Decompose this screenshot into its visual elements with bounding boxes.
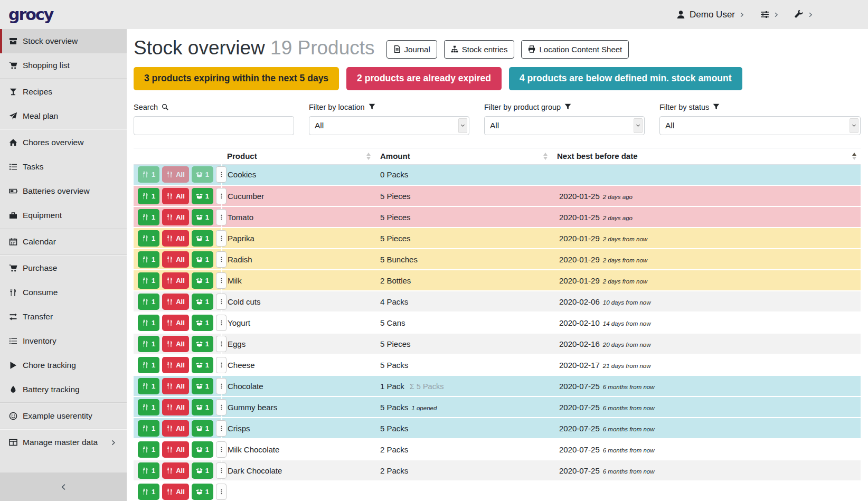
mark-opened-button[interactable]: 1 (192, 251, 213, 268)
mark-opened-button[interactable]: 1 (192, 484, 213, 500)
alert-info[interactable]: 4 products are below defined min. stock … (509, 67, 742, 90)
stock-entries-button[interactable]: Stock entries (444, 40, 515, 59)
consume-one-button[interactable]: 1 (138, 441, 159, 458)
mark-opened-button[interactable]: 1 (192, 166, 213, 183)
user-menu[interactable]: Demo User (676, 10, 744, 20)
consume-one-button[interactable]: 1 (138, 420, 159, 437)
consume-all-button[interactable]: All (162, 272, 189, 289)
consume-all-button[interactable]: All (162, 462, 189, 479)
consume-one-button[interactable]: 1 (138, 230, 159, 247)
settings-menu[interactable] (760, 10, 779, 19)
sidebar-item-battery-tracking[interactable]: Battery tracking (0, 377, 127, 402)
consume-all-button[interactable]: All (162, 378, 189, 394)
row-more-button[interactable] (216, 188, 227, 204)
consume-one-button[interactable]: 1 (138, 399, 159, 415)
filter-product-group-select[interactable]: All (484, 116, 645, 135)
consume-one-button[interactable]: 1 (138, 272, 159, 289)
mark-opened-button[interactable]: 1 (192, 294, 213, 310)
mark-opened-button[interactable]: 1 (192, 420, 213, 437)
sidebar-item-purchase[interactable]: Purchase (0, 256, 127, 280)
column-header-next-best-before-date[interactable]: Next best before date (552, 148, 861, 164)
consume-one-button[interactable]: 1 (138, 209, 159, 225)
mark-opened-button[interactable]: 1 (192, 336, 213, 352)
sidebar-item-manage-master-data[interactable]: Manage master data (0, 430, 127, 455)
row-more-button[interactable] (216, 441, 227, 458)
product-name-cell: Chocolate (222, 375, 375, 396)
row-more-button[interactable] (216, 315, 227, 331)
sidebar-item-tasks[interactable]: Tasks (0, 155, 127, 179)
alert-danger[interactable]: 2 products are already expired (346, 67, 502, 90)
consume-all-button[interactable]: All (162, 315, 189, 331)
consume-one-button[interactable]: 1 (138, 251, 159, 268)
sidebar-item-transfer[interactable]: Transfer (0, 305, 127, 329)
consume-all-button[interactable]: All (162, 251, 189, 268)
app-logo[interactable]: grocy (8, 5, 53, 24)
consume-all-button[interactable]: All (162, 399, 189, 415)
sidebar-item-equipment[interactable]: Equipment (0, 203, 127, 228)
mark-opened-button[interactable]: 1 (192, 441, 213, 458)
consume-all-button[interactable]: All (162, 294, 189, 310)
row-more-button[interactable] (216, 420, 227, 437)
row-more-button[interactable] (216, 166, 227, 183)
consume-all-button[interactable]: All (162, 441, 189, 458)
row-more-button[interactable] (216, 399, 227, 415)
consume-all-button[interactable]: All (162, 209, 189, 225)
search-input[interactable] (134, 116, 294, 135)
consume-one-button[interactable]: 1 (138, 166, 159, 183)
mark-opened-button[interactable]: 1 (192, 357, 213, 373)
sidebar-item-shopping-list[interactable]: Shopping list (0, 53, 127, 78)
sidebar-item-meal-plan[interactable]: Meal plan (0, 104, 127, 128)
consume-one-button[interactable]: 1 (138, 188, 159, 204)
consume-one-button[interactable]: 1 (138, 315, 159, 331)
mark-opened-button[interactable]: 1 (192, 209, 213, 225)
mark-opened-button[interactable]: 1 (192, 272, 213, 289)
consume-one-button[interactable]: 1 (138, 378, 159, 394)
consume-all-button[interactable]: All (162, 484, 189, 500)
alert-warning[interactable]: 3 products expiring within the next 5 da… (134, 67, 339, 90)
consume-all-button[interactable]: All (162, 188, 189, 204)
row-more-button[interactable] (216, 209, 227, 225)
column-header-amount[interactable]: Amount (375, 148, 552, 164)
row-more-button[interactable] (216, 462, 227, 479)
mark-opened-button[interactable]: 1 (192, 462, 213, 479)
consume-one-button[interactable]: 1 (138, 484, 159, 500)
consume-one-button[interactable]: 1 (138, 357, 159, 373)
column-header-product[interactable]: Product (222, 148, 375, 164)
row-more-button[interactable] (216, 357, 227, 373)
mark-opened-button[interactable]: 1 (192, 378, 213, 394)
sidebar-item-calendar[interactable]: Calendar (0, 230, 127, 254)
sidebar-item-stock-overview[interactable]: Stock overview (0, 29, 127, 53)
journal-button[interactable]: Journal (386, 40, 437, 59)
row-more-button[interactable] (216, 336, 227, 352)
consume-one-button[interactable]: 1 (138, 294, 159, 310)
location-content-sheet-button[interactable]: Location Content Sheet (521, 40, 629, 59)
row-more-button[interactable] (216, 378, 227, 394)
admin-menu[interactable] (795, 10, 813, 19)
filter-status-select[interactable]: All (659, 116, 861, 135)
sidebar-item-chore-tracking[interactable]: Chore tracking (0, 353, 127, 377)
row-more-button[interactable] (216, 251, 227, 268)
consume-one-button[interactable]: 1 (138, 462, 159, 479)
consume-all-button[interactable]: All (162, 357, 189, 373)
consume-all-button[interactable]: All (162, 230, 189, 247)
sidebar-collapse-button[interactable] (0, 472, 127, 501)
consume-one-button[interactable]: 1 (138, 336, 159, 352)
sidebar-item-example-userentity[interactable]: Example userentity (0, 404, 127, 428)
mark-opened-button[interactable]: 1 (192, 399, 213, 415)
mark-opened-button[interactable]: 1 (192, 188, 213, 204)
row-more-button[interactable] (216, 230, 227, 247)
consume-all-button[interactable]: All (162, 420, 189, 437)
sidebar-item-consume[interactable]: Consume (0, 280, 127, 305)
sidebar-item-inventory[interactable]: Inventory (0, 329, 127, 353)
mark-opened-button[interactable]: 1 (192, 315, 213, 331)
mark-opened-button[interactable]: 1 (192, 230, 213, 247)
sidebar-item-batteries-overview[interactable]: Batteries overview (0, 179, 127, 203)
row-more-button[interactable] (216, 272, 227, 289)
consume-all-button[interactable]: All (162, 336, 189, 352)
sidebar-item-chores-overview[interactable]: Chores overview (0, 130, 127, 155)
filter-location-select[interactable]: All (309, 116, 469, 135)
row-more-button[interactable] (216, 484, 227, 500)
consume-all-button[interactable]: All (162, 166, 189, 183)
sidebar-item-recipes[interactable]: Recipes (0, 80, 127, 104)
row-more-button[interactable] (216, 294, 227, 310)
